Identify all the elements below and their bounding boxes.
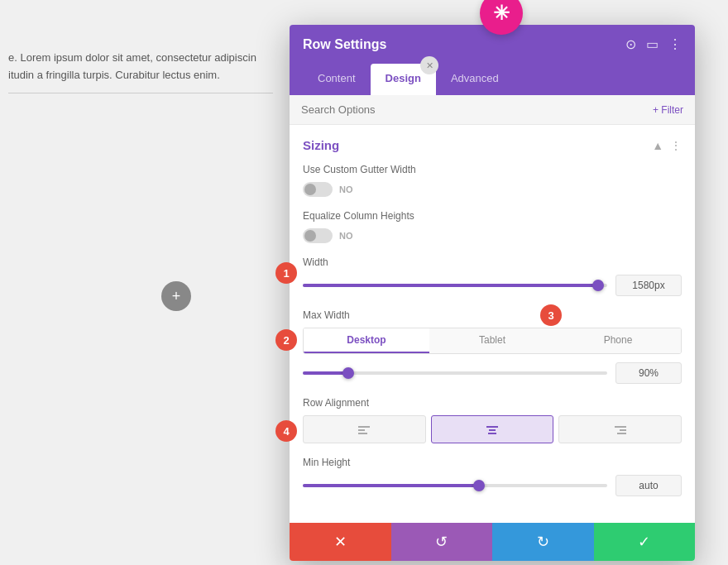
svg-rect-4 [489, 429, 496, 431]
section-menu-icon[interactable]: ⋮ [670, 139, 682, 152]
equalize-heights-toggle[interactable] [303, 228, 333, 243]
svg-rect-3 [486, 426, 498, 428]
align-center-button[interactable] [431, 415, 554, 443]
max-width-slider-row: 90% [303, 362, 682, 384]
width-slider-thumb[interactable] [592, 280, 604, 291]
min-height-value[interactable]: auto [615, 475, 682, 496]
max-width-slider-fill [303, 371, 348, 375]
close-panel-button[interactable]: ✕ [420, 56, 438, 74]
undo-button[interactable]: ↺ [391, 523, 493, 561]
min-height-label: Min Height [303, 457, 682, 468]
badge-1: 1 [275, 262, 297, 284]
modal-tabs: Content Design Advanced [290, 64, 695, 95]
custom-gutter-label: Use Custom Gutter Width [303, 164, 682, 175]
custom-gutter-toggle[interactable] [303, 182, 333, 197]
equalize-heights-setting: Equalize Column Heights NO [303, 210, 682, 243]
sizing-section-header: Sizing ▲ ⋮ [303, 138, 682, 152]
row-alignment-setting: Row Alignment [303, 397, 682, 443]
min-height-slider-track[interactable] [303, 484, 607, 487]
min-height-slider-row: auto [303, 475, 682, 496]
section-actions: ▲ ⋮ [652, 139, 682, 152]
device-tab-phone[interactable]: Phone [555, 328, 681, 353]
min-height-slider-fill [303, 484, 479, 487]
svg-rect-6 [615, 426, 626, 428]
save-button[interactable]: ✓ [594, 523, 696, 561]
filter-button[interactable]: + Filter [653, 104, 683, 116]
equalize-heights-label: Equalize Column Heights [303, 210, 682, 222]
align-right-icon [614, 423, 627, 436]
badge-2: 2 [275, 329, 297, 351]
modal-footer: ✕ ↺ ↻ ✓ [290, 523, 695, 561]
row-alignment-label: Row Alignment [303, 397, 682, 409]
custom-gutter-value: NO [339, 184, 353, 194]
equalize-heights-value: NO [339, 231, 353, 241]
badge-4: 4 [275, 420, 297, 442]
align-left-button[interactable] [303, 415, 426, 443]
width-slider-row: 1580px [303, 275, 682, 296]
more-icon[interactable]: ⋮ [668, 36, 682, 52]
device-tab-tablet[interactable]: Tablet [429, 328, 555, 353]
svg-rect-5 [488, 433, 496, 434]
custom-gutter-setting: Use Custom Gutter Width NO [303, 164, 682, 197]
badge-3: 3 [540, 304, 562, 326]
svg-rect-0 [358, 426, 370, 428]
search-bar: + Filter [290, 95, 695, 125]
min-height-setting: Min Height auto [303, 457, 682, 496]
add-row-button[interactable]: + [161, 281, 191, 311]
width-label: Width [303, 256, 682, 268]
align-center-icon [486, 423, 499, 436]
width-slider-track[interactable] [303, 284, 607, 287]
svg-rect-7 [620, 429, 626, 431]
row-settings-modal: Row Settings ⊙ ▭ ⋮ Content Design Advanc… [290, 25, 695, 561]
modal-title: Row Settings [303, 37, 386, 52]
custom-gutter-toggle-wrap: NO [303, 182, 682, 197]
svg-rect-8 [617, 433, 626, 434]
alignment-buttons [303, 415, 682, 443]
tab-advanced[interactable]: Advanced [436, 64, 514, 95]
max-width-slider-track[interactable] [303, 371, 607, 375]
split-icon[interactable]: ▭ [646, 36, 659, 52]
background-content: e. Lorem ipsum dolor sit amet, consectet… [0, 0, 290, 565]
sizing-title: Sizing [303, 138, 339, 152]
device-tab-desktop[interactable]: Desktop [304, 328, 429, 353]
cancel-button[interactable]: ✕ [290, 523, 391, 561]
align-right-button[interactable] [558, 415, 682, 443]
focus-icon[interactable]: ⊙ [625, 36, 636, 52]
search-input[interactable] [301, 103, 653, 116]
svg-rect-2 [358, 433, 367, 434]
width-setting: Width 1580px [303, 256, 682, 296]
min-height-slider-thumb[interactable] [473, 480, 485, 491]
svg-rect-1 [358, 429, 365, 431]
tab-content[interactable]: Content [303, 64, 371, 95]
max-width-setting: Max Width Desktop Tablet Phone 90% [303, 309, 682, 384]
width-value[interactable]: 1580px [615, 275, 682, 296]
collapse-icon[interactable]: ▲ [652, 139, 663, 152]
modal-header-actions: ⊙ ▭ ⋮ [625, 36, 682, 52]
equalize-heights-toggle-wrap: NO [303, 228, 682, 243]
modal-body: Sizing ▲ ⋮ Use Custom Gutter Width NO Eq… [290, 125, 695, 523]
width-slider-fill [303, 284, 598, 287]
max-width-value[interactable]: 90% [615, 362, 682, 384]
align-left-icon [357, 423, 371, 436]
device-tabs: Desktop Tablet Phone [303, 328, 682, 354]
max-width-slider-thumb[interactable] [342, 367, 354, 379]
max-width-label: Max Width [303, 309, 682, 321]
redo-button[interactable]: ↻ [492, 523, 594, 561]
